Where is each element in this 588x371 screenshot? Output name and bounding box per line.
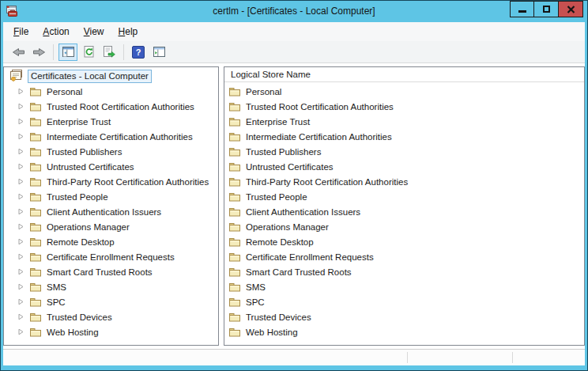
tree-item[interactable]: Operations Manager <box>4 219 218 234</box>
menu-item[interactable]: View <box>77 24 111 40</box>
tree-item[interactable]: Trusted Devices <box>4 309 218 324</box>
list-item[interactable]: Trusted People <box>224 189 584 204</box>
tree-item-label: Certificate Enrollment Requests <box>47 252 175 262</box>
list-item[interactable]: Operations Manager <box>224 219 584 234</box>
expand-chevron-icon[interactable] <box>17 238 24 245</box>
maximize-button[interactable] <box>534 1 559 17</box>
expand-chevron-icon[interactable] <box>17 223 24 230</box>
expand-chevron-icon[interactable] <box>17 208 24 215</box>
list-item-label: SPC <box>246 297 265 307</box>
help-button[interactable]: ? <box>129 44 148 61</box>
list-item[interactable]: Enterprise Trust <box>224 114 584 129</box>
list-item-label: Enterprise Trust <box>246 117 310 127</box>
expand-chevron-icon[interactable] <box>17 193 24 200</box>
forward-button[interactable] <box>29 44 48 61</box>
tree-item[interactable]: Personal <box>4 84 218 99</box>
tree-item[interactable]: Trusted Root Certification Authorities <box>4 99 218 114</box>
expand-chevron-icon[interactable] <box>17 283 24 290</box>
expand-chevron-icon[interactable] <box>17 328 24 335</box>
expand-chevron-icon[interactable] <box>17 133 24 140</box>
expand-chevron-icon[interactable] <box>17 118 24 125</box>
list-item[interactable]: Certificate Enrollment Requests <box>224 249 584 264</box>
svg-text:?: ? <box>136 47 141 57</box>
tree-item[interactable]: Trusted People <box>4 189 218 204</box>
list-item[interactable]: Third-Party Root Certification Authoriti… <box>224 174 584 189</box>
tree-item[interactable]: Trusted Publishers <box>4 144 218 159</box>
tree-item[interactable]: Web Hosting <box>4 324 218 339</box>
folder-icon <box>228 221 241 232</box>
tree-item[interactable]: Untrusted Certificates <box>4 159 218 174</box>
refresh-icon <box>83 46 95 58</box>
list-item[interactable]: Trusted Devices <box>224 309 584 324</box>
tree-item[interactable]: Certificate Enrollment Requests <box>4 249 218 264</box>
tree-item[interactable]: Intermediate Certification Authorities <box>4 129 218 144</box>
tree-item-label: Web Hosting <box>47 327 99 337</box>
list-item[interactable]: Trusted Publishers <box>224 144 584 159</box>
list-item[interactable]: Trusted Root Certification Authorities <box>224 99 584 114</box>
tree-item[interactable]: SMS <box>4 279 218 294</box>
folder-icon <box>29 327 42 337</box>
folder-icon <box>29 312 42 322</box>
column-header-logical-store-name[interactable]: Logical Store Name <box>224 67 584 82</box>
expand-chevron-icon[interactable] <box>17 148 24 155</box>
folder-icon <box>29 267 42 277</box>
list-item-label: Client Authentication Issuers <box>246 207 360 217</box>
list-item[interactable]: Smart Card Trusted Roots <box>224 264 584 279</box>
certlm-window: certlm - [Certificates - Local Computer]… <box>0 0 588 371</box>
export-list-button[interactable] <box>100 44 119 61</box>
tree-item[interactable]: SPC <box>4 294 218 309</box>
client-frame: File Action View Help <box>3 22 585 365</box>
expand-chevron-icon[interactable] <box>17 163 24 170</box>
expand-chevron-icon[interactable] <box>17 103 24 110</box>
tree-item[interactable]: Enterprise Trust <box>4 114 218 129</box>
show-hide-action-pane-button[interactable] <box>149 44 168 61</box>
console-tree-pane: Certificates - Local Computer <box>3 66 219 346</box>
close-button[interactable] <box>559 1 583 17</box>
menu-item[interactable]: Help <box>111 24 145 40</box>
tree-item[interactable]: Client Authentication Issuers <box>4 204 218 219</box>
action-pane-icon <box>153 47 165 57</box>
status-bar-separator <box>512 352 513 363</box>
tree-item-label: SMS <box>47 282 66 292</box>
folder-icon <box>29 191 42 202</box>
back-icon <box>12 47 25 57</box>
expand-chevron-icon[interactable] <box>17 313 24 320</box>
expand-chevron-icon[interactable] <box>17 253 24 260</box>
expand-chevron-icon[interactable] <box>17 88 24 95</box>
show-hide-console-tree-button[interactable] <box>58 44 77 61</box>
menu-item[interactable]: File <box>6 24 36 40</box>
folder-icon <box>228 116 241 127</box>
tree-item[interactable]: Remote Desktop <box>4 234 218 249</box>
list-item[interactable]: SPC <box>224 294 584 309</box>
folder-icon <box>29 131 42 142</box>
expand-chevron-icon[interactable] <box>17 298 24 305</box>
list-item[interactable]: Personal <box>224 84 584 99</box>
list-item[interactable]: SMS <box>224 279 584 294</box>
console-tree-icon <box>62 47 74 57</box>
tree-root-certificates-local-computer[interactable]: Certificates - Local Computer <box>4 69 218 84</box>
minimize-button[interactable] <box>510 1 534 17</box>
expand-chevron-icon[interactable] <box>17 178 24 185</box>
menu-item[interactable]: Action <box>36 24 76 40</box>
tree-item[interactable]: Smart Card Trusted Roots <box>4 264 218 279</box>
list-item[interactable]: Untrusted Certificates <box>224 159 584 174</box>
folder-icon <box>228 101 241 112</box>
folder-icon <box>228 312 241 322</box>
store-list: Personal Trusted Root Certif <box>224 82 584 339</box>
list-item[interactable]: Intermediate Certification Authorities <box>224 129 584 144</box>
back-button[interactable] <box>9 44 28 61</box>
folder-icon <box>29 221 42 232</box>
folder-icon <box>29 206 42 217</box>
folder-icon <box>29 161 42 172</box>
list-item[interactable]: Client Authentication Issuers <box>224 204 584 219</box>
folder-icon <box>228 191 241 202</box>
tree-item-label: Operations Manager <box>47 222 130 232</box>
list-item[interactable]: Remote Desktop <box>224 234 584 249</box>
tree-item[interactable]: Third-Party Root Certification Authoriti… <box>4 174 218 189</box>
tree-item-label: Third-Party Root Certification Authoriti… <box>47 177 209 187</box>
list-item-label: Web Hosting <box>246 327 298 337</box>
refresh-button[interactable] <box>79 44 98 61</box>
tree-item-label: Enterprise Trust <box>47 117 111 127</box>
list-item[interactable]: Web Hosting <box>224 324 584 339</box>
expand-chevron-icon[interactable] <box>17 268 24 275</box>
